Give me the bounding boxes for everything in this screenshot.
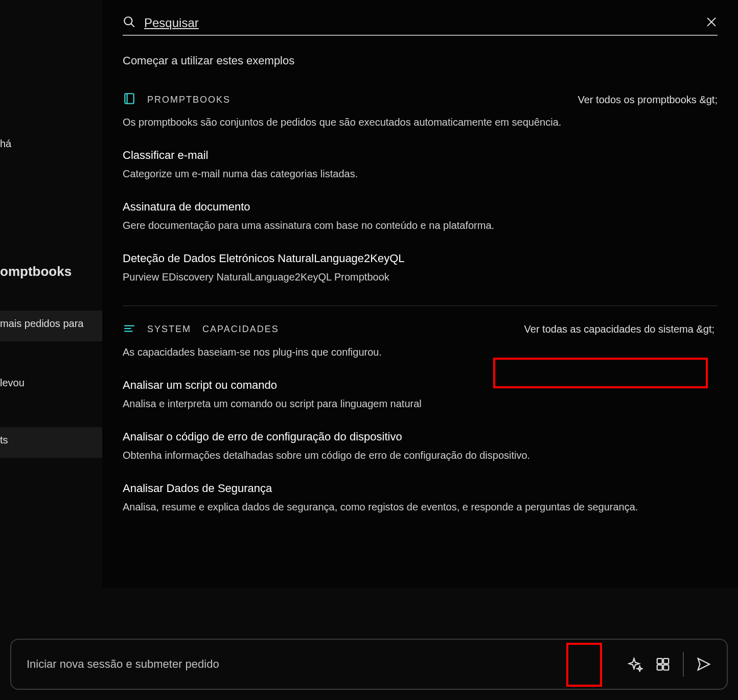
promptbook-item[interactable]: Assinatura de documento Gere documentaçã… [123,200,718,231]
sidebar-text: levou [0,377,25,389]
view-all-promptbooks-link[interactable]: Ver todos os promptbooks &gt; [578,94,718,106]
search-icon [123,15,136,31]
item-title: Deteção de Dados Eletrónicos NaturalLang… [123,252,718,265]
sidebar-fragment: há omptbooks mais pedidos para levou ts [0,0,102,700]
item-desc: Analisa e interpreta um comando ou scrip… [123,398,718,410]
promptbook-item[interactable]: Deteção de Dados Eletrónicos NaturalLang… [123,252,718,283]
system-desc: As capacidades baseiam-se nos plug-ins q… [123,346,718,358]
search-input[interactable] [144,16,697,30]
item-title: Analisar o código de erro de configuraçã… [123,430,718,444]
item-desc: Purview EDiscovery NaturalLanguage2KeyQL… [123,271,718,283]
apps-icon[interactable] [655,657,671,672]
system-header: SYSTEM CAPACIDADES Ver todas as capacida… [123,321,718,337]
book-icon [123,92,136,107]
separator [683,652,684,676]
sparkle-icon[interactable] [628,657,643,672]
promptbooks-header: PROMPTBOOKS Ver todos os promptbooks &gt… [123,92,718,107]
svg-rect-9 [657,659,662,664]
item-desc: Gere documentação para uma assinatura co… [123,220,718,231]
capability-item[interactable]: Analisar Dados de Segurança Analisa, res… [123,482,718,513]
item-title: Analisar um script ou comando [123,379,718,392]
search-row [123,15,718,36]
intro-heading: Começar a utilizar estes exemplos [123,54,718,67]
svg-rect-12 [663,665,668,670]
prompt-bar [10,639,728,690]
system-label-2: CAPACIDADES [202,324,279,335]
item-title: Analisar Dados de Segurança [123,482,718,495]
svg-line-1 [131,24,134,27]
capability-item[interactable]: Analisar o código de erro de configuraçã… [123,430,718,461]
item-desc: Categorize um e-mail numa das categorias… [123,168,718,180]
svg-rect-4 [125,94,133,104]
capability-item[interactable]: Analisar um script ou comando Analisa e … [123,379,718,410]
send-icon[interactable] [696,657,711,672]
promptbook-item[interactable]: Classificar e-mail Categorize um e-mail … [123,149,718,180]
promptbooks-label: PROMPTBOOKS [147,95,230,105]
sidebar-text: há [0,138,11,150]
promptbooks-desc: Os promptbooks são conjuntos de pedidos … [123,116,718,128]
list-icon [123,322,136,337]
item-title: Classificar e-mail [123,149,718,162]
prompt-input[interactable] [27,658,617,671]
item-desc: Analisa, resume e explica dados de segur… [123,501,718,513]
item-title: Assinatura de documento [123,200,718,214]
item-desc: Obtenha informações detalhadas sobre um … [123,450,718,461]
close-icon[interactable] [705,16,718,30]
prompt-panel: Começar a utilizar estes exemplos PROMPT… [102,0,738,588]
svg-rect-11 [657,665,662,670]
svg-point-0 [124,17,132,25]
section-divider [123,306,718,306]
view-all-capabilities-link[interactable]: Ver todas as capacidades do sistema &gt; [521,321,718,337]
sidebar-row-bg [0,427,102,458]
sidebar-text: ts [0,434,8,446]
sidebar-text: mais pedidos para [0,318,83,330]
system-label-1: SYSTEM [147,324,191,335]
svg-rect-10 [663,659,668,664]
sidebar-text: omptbooks [0,264,72,279]
